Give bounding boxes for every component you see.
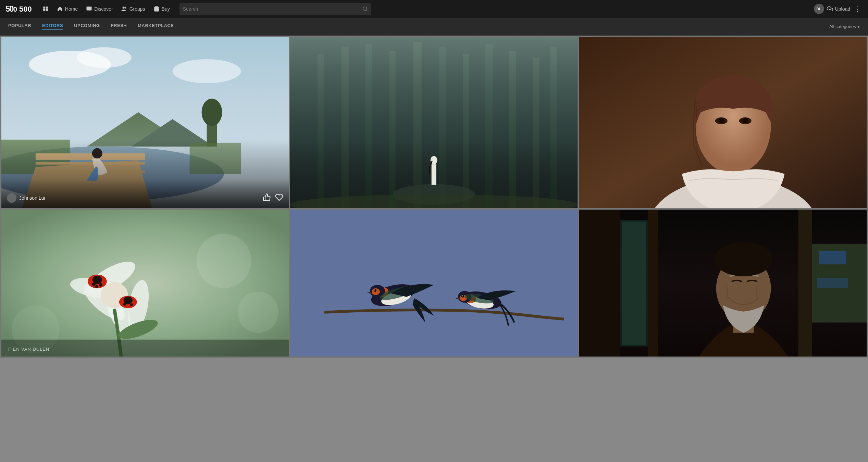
subnav: POPULAR EDITORS UPCOMING FRESH MARKETPLA… — [0, 18, 868, 36]
photo-author-area-1: Johnson Lui — [7, 193, 45, 203]
photo-image-6 — [579, 210, 867, 357]
photo-image-2 — [290, 37, 578, 208]
search-bar — [179, 3, 371, 15]
svg-line-9 — [366, 10, 367, 11]
tab-popular[interactable]: POPULAR — [8, 23, 31, 30]
logo-icon: 500 — [19, 4, 33, 14]
groups-icon — [121, 6, 127, 12]
tab-marketplace[interactable]: MARKETPLACE — [138, 23, 174, 30]
home-button[interactable]: Home — [54, 4, 80, 14]
logo-text: 500 — [5, 4, 16, 14]
discover-icon — [86, 6, 92, 12]
more-button[interactable]: ⋮ — [853, 5, 863, 13]
photo-item-2[interactable] — [290, 37, 578, 208]
logo[interactable]: 500 500 — [5, 4, 34, 14]
subnav-tabs: POPULAR EDITORS UPCOMING FRESH MARKETPLA… — [8, 23, 829, 30]
svg-point-63 — [92, 282, 96, 286]
more-icon: ⋮ — [854, 5, 861, 13]
avatar[interactable]: DL — [814, 4, 824, 14]
svg-point-69 — [130, 303, 133, 306]
search-input[interactable] — [183, 6, 362, 12]
svg-point-51 — [718, 118, 724, 123]
photo-item-3[interactable] — [579, 37, 867, 208]
photo-image-5 — [290, 210, 578, 357]
upload-button[interactable]: Upload — [827, 6, 850, 12]
upload-icon — [827, 6, 833, 12]
heart-button-1[interactable] — [275, 193, 283, 203]
svg-rect-5 — [87, 7, 92, 10]
svg-point-70 — [197, 234, 251, 288]
svg-rect-4 — [46, 9, 48, 11]
photo-grid: Johnson Lui — [0, 36, 868, 358]
like-icon-1 — [263, 193, 271, 201]
groups-label: Groups — [129, 6, 145, 12]
svg-point-68 — [123, 303, 126, 305]
svg-point-64 — [99, 283, 102, 286]
svg-rect-105 — [579, 210, 867, 357]
tab-upcoming[interactable]: UPCOMING — [74, 23, 100, 30]
photo-item-4[interactable]: FIEN VAN DULEN FIEN VAN DULEN — [1, 210, 289, 357]
svg-point-84 — [374, 289, 375, 290]
chevron-down-icon: ▾ — [857, 24, 860, 29]
svg-rect-76 — [290, 210, 578, 357]
svg-point-8 — [363, 7, 367, 11]
svg-text:500: 500 — [19, 5, 32, 13]
photo-overlay-1: Johnson Lui — [1, 179, 289, 208]
svg-rect-43 — [432, 164, 436, 185]
like-button-1[interactable] — [263, 193, 271, 203]
photo-item-6[interactable] — [579, 210, 867, 357]
buy-button[interactable]: Buy — [151, 4, 173, 14]
user-initials: DL — [816, 7, 821, 11]
author-avatar-1 — [7, 193, 16, 203]
navbar: 500 500 Home Discover Groups Buy DL — [0, 0, 868, 18]
home-icon — [57, 6, 63, 12]
svg-rect-2 — [46, 7, 48, 9]
svg-point-92 — [462, 295, 463, 296]
tab-editors[interactable]: EDITORS — [42, 23, 63, 30]
photo-item-5[interactable] — [290, 210, 578, 357]
svg-rect-1 — [43, 7, 45, 9]
photo-image-3 — [579, 37, 867, 208]
photo-author-1: Johnson Lui — [19, 195, 45, 201]
upload-label: Upload — [835, 6, 850, 12]
photo-item-1[interactable]: Johnson Lui — [1, 37, 289, 208]
svg-rect-3 — [43, 9, 45, 11]
nav-right: DL Upload ⋮ — [814, 4, 863, 14]
svg-point-71 — [237, 291, 278, 333]
feed-button[interactable] — [40, 4, 51, 14]
svg-point-52 — [742, 118, 748, 123]
home-label: Home — [65, 6, 78, 12]
search-icon — [362, 6, 368, 12]
categories-label: All categories — [829, 24, 856, 29]
buy-label: Buy — [162, 6, 170, 12]
heart-icon-1 — [275, 193, 283, 201]
photo-actions-1 — [263, 193, 283, 203]
tab-fresh[interactable]: FRESH — [111, 23, 127, 30]
svg-point-6 — [122, 7, 124, 9]
photo-author-4: FIEN VAN DULEN — [7, 346, 46, 351]
discover-button[interactable]: Discover — [83, 4, 115, 14]
discover-label: Discover — [94, 6, 113, 12]
groups-button[interactable]: Groups — [119, 4, 148, 14]
categories-dropdown[interactable]: All categories ▾ — [829, 24, 860, 29]
svg-point-67 — [124, 296, 133, 304]
svg-point-65 — [95, 285, 98, 288]
feed-icon — [42, 6, 49, 12]
buy-icon — [153, 6, 160, 12]
